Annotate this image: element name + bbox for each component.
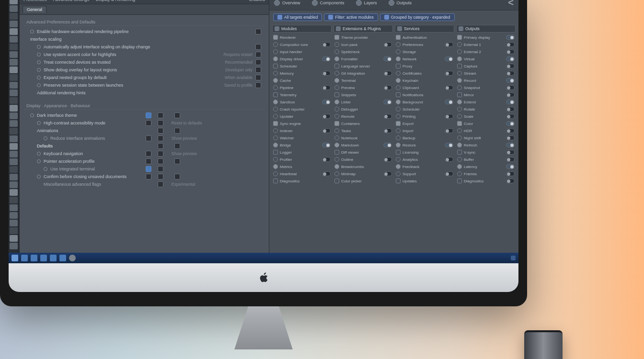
toolbar-icon[interactable] bbox=[10, 28, 18, 35]
toolbar-icon[interactable] bbox=[10, 212, 18, 219]
grid-item[interactable]: Spellcheck bbox=[334, 48, 393, 55]
grid-item[interactable]: Scale bbox=[456, 113, 516, 120]
setting-row[interactable]: Enable hardware-accelerated rendering pi… bbox=[24, 28, 264, 35]
toolbar-icon[interactable] bbox=[10, 36, 18, 43]
toggle-switch[interactable] bbox=[445, 143, 453, 147]
toggle-switch[interactable] bbox=[506, 85, 515, 90]
grid-item[interactable]: Color picker bbox=[334, 178, 393, 184]
column-header[interactable]: Modules bbox=[272, 25, 332, 33]
toolbar-icon[interactable] bbox=[10, 44, 18, 50]
grid-item[interactable]: Display driver bbox=[272, 56, 332, 62]
taskbar-app-icon[interactable] bbox=[21, 255, 28, 261]
toggle-switch[interactable] bbox=[322, 114, 331, 119]
grid-item[interactable]: Bridge bbox=[272, 142, 332, 148]
toolbar-icon[interactable] bbox=[10, 51, 18, 58]
toggle-switch[interactable] bbox=[506, 42, 515, 47]
toolbar-icon[interactable] bbox=[10, 82, 18, 89]
grid-item[interactable]: Keychain bbox=[395, 77, 454, 84]
toggle-switch[interactable] bbox=[383, 85, 392, 90]
toggle-switch[interactable] bbox=[445, 157, 453, 162]
toggle-switch[interactable] bbox=[322, 171, 331, 176]
toggle-switch[interactable] bbox=[506, 78, 515, 83]
filter-chip[interactable]: Grouped by category · expanded bbox=[380, 13, 455, 21]
toolbar-icon[interactable] bbox=[10, 204, 18, 211]
grid-item[interactable]: Clipboard bbox=[395, 84, 454, 91]
toggle-switch[interactable] bbox=[445, 128, 453, 133]
checkbox-icon[interactable] bbox=[146, 158, 151, 164]
toggle-switch[interactable] bbox=[383, 56, 392, 61]
grid-item[interactable]: Certificates bbox=[395, 70, 454, 77]
toggle-switch[interactable] bbox=[322, 128, 331, 133]
setting-row[interactable]: Additional rendering hints bbox=[24, 89, 264, 97]
checkbox-icon[interactable] bbox=[158, 120, 163, 126]
tab-general[interactable]: General bbox=[23, 6, 46, 13]
grid-item[interactable]: Compositor core bbox=[272, 41, 332, 48]
grid-item[interactable]: Backup bbox=[395, 135, 454, 141]
grid-item[interactable]: Night shift bbox=[456, 135, 516, 141]
toggle-switch[interactable] bbox=[322, 42, 331, 47]
grid-item[interactable]: Updates bbox=[395, 178, 454, 184]
radio-icon[interactable] bbox=[30, 30, 34, 34]
header-section[interactable]: Outputs bbox=[389, 0, 412, 6]
setting-row[interactable]: Animations bbox=[24, 127, 154, 135]
setting-row[interactable]: Defaults bbox=[24, 142, 154, 150]
toolbar-icon[interactable] bbox=[10, 181, 18, 188]
toggle-switch[interactable] bbox=[506, 49, 515, 54]
setting-row[interactable]: Automatically adjust interface scaling o… bbox=[24, 43, 264, 51]
grid-item[interactable]: Scheduler bbox=[272, 63, 332, 69]
grid-item[interactable]: Storage bbox=[395, 48, 454, 55]
grid-item[interactable]: Authentication bbox=[395, 34, 454, 41]
checkbox-icon[interactable] bbox=[158, 135, 163, 141]
toggle-switch[interactable] bbox=[506, 121, 515, 126]
setting-row[interactable]: Pointer acceleration profile bbox=[24, 157, 154, 165]
toggle-switch[interactable] bbox=[322, 143, 331, 147]
toggle-switch[interactable] bbox=[445, 171, 453, 176]
grid-item[interactable]: Frames bbox=[456, 170, 516, 177]
grid-item[interactable]: Mirror bbox=[456, 91, 516, 98]
grid-item[interactable]: Outline bbox=[334, 156, 393, 163]
toggle-switch[interactable] bbox=[506, 64, 515, 68]
toggle-switch[interactable] bbox=[322, 56, 331, 61]
toggle-switch[interactable] bbox=[445, 114, 453, 119]
grid-item[interactable]: Terminal bbox=[334, 77, 393, 84]
checkbox-icon[interactable] bbox=[174, 143, 180, 149]
grid-item[interactable]: Tasks bbox=[334, 127, 393, 134]
toolbar-icon[interactable] bbox=[10, 220, 18, 226]
grid-item[interactable]: Latency bbox=[456, 163, 516, 170]
toggle-switch[interactable] bbox=[322, 71, 331, 76]
toggle-switch[interactable] bbox=[383, 100, 392, 104]
grid-item[interactable]: Icon pack bbox=[334, 41, 393, 48]
taskbar-app-icon[interactable] bbox=[31, 255, 37, 261]
setting-row[interactable]: Treat connected devices as trustedRecomm… bbox=[24, 58, 264, 66]
checkbox-icon[interactable] bbox=[158, 112, 163, 118]
grid-item[interactable]: Preview bbox=[334, 84, 393, 91]
grid-item[interactable]: Remote bbox=[334, 113, 393, 120]
grid-item[interactable]: Markdown bbox=[334, 142, 393, 148]
grid-item[interactable]: Minimap bbox=[334, 170, 393, 177]
checkbox-icon[interactable] bbox=[146, 151, 151, 157]
grid-item[interactable]: Licensing bbox=[395, 149, 454, 156]
checkbox-icon[interactable] bbox=[255, 75, 261, 80]
grid-item[interactable]: Sandbox bbox=[272, 99, 332, 105]
toggle-switch[interactable] bbox=[506, 171, 515, 176]
grid-item[interactable]: Primary display bbox=[456, 34, 516, 41]
radio-icon[interactable] bbox=[37, 68, 41, 72]
grid-item[interactable]: Refresh bbox=[456, 142, 516, 148]
taskbar[interactable] bbox=[9, 253, 518, 263]
start-button[interactable] bbox=[12, 255, 18, 261]
toggle-switch[interactable] bbox=[506, 157, 515, 162]
grid-item[interactable]: Capture bbox=[456, 63, 516, 69]
toggle-switch[interactable] bbox=[506, 128, 515, 133]
checkbox-icon[interactable] bbox=[146, 135, 151, 141]
toggle-switch[interactable] bbox=[506, 150, 515, 155]
grid-item[interactable]: Color bbox=[456, 120, 516, 127]
toggle-switch[interactable] bbox=[383, 71, 392, 76]
grid-item[interactable]: Printing bbox=[395, 113, 454, 120]
header-section[interactable]: Components bbox=[312, 0, 345, 6]
checkbox-icon[interactable] bbox=[255, 82, 261, 88]
setting-row[interactable]: Dark interface theme bbox=[24, 112, 154, 119]
setting-row[interactable]: Miscellaneous advanced flags bbox=[24, 180, 154, 188]
grid-item[interactable]: V-sync bbox=[456, 149, 516, 156]
checkbox-icon[interactable] bbox=[174, 112, 180, 118]
grid-item[interactable]: Logger bbox=[272, 149, 332, 156]
